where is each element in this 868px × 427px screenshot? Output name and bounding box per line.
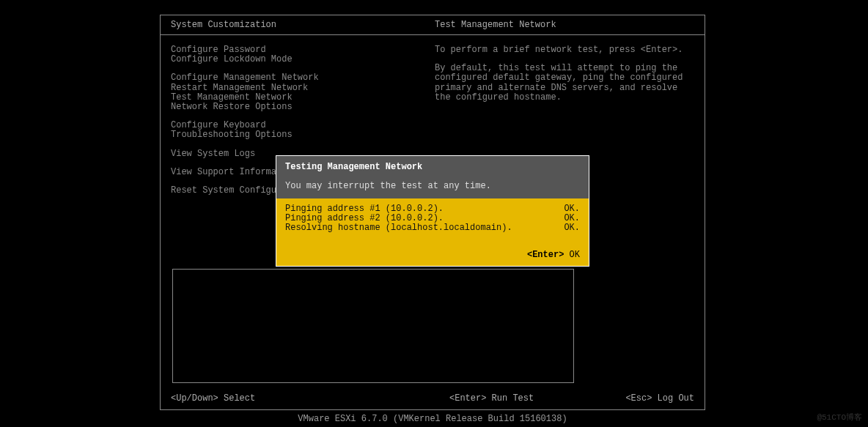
test-network-dialog: Testing Management Network You may inter…	[276, 155, 589, 267]
menu-test-management-network[interactable]: Test Management Network	[171, 93, 435, 103]
header-right-title: Test Management Network	[435, 20, 694, 30]
menu-troubleshooting-options[interactable]: Troubleshooting Options	[171, 130, 435, 140]
dialog-subtitle: You may interrupt the test at any time.	[276, 174, 589, 198]
dialog-title: Testing Management Network	[285, 162, 580, 172]
menu-group-3: Configure Keyboard Troubleshooting Optio…	[171, 121, 435, 140]
dialog-footer: <Enter> OK	[276, 238, 589, 266]
dialog-ok-button[interactable]: OK	[570, 250, 580, 260]
footer-hint-updown: <Up/Down> Select	[171, 393, 449, 404]
inner-background-box	[172, 269, 574, 383]
menu-network-restore-options[interactable]: Network Restore Options	[171, 103, 435, 112]
description-p1: To perform a brief network test, press <…	[435, 45, 694, 55]
version-bar: VMware ESXi 6.7.0 (VMKernel Release Buil…	[160, 414, 705, 424]
dialog-body: Pinging address #1 (10.0.0.2). OK. Pingi…	[276, 198, 589, 238]
menu-group-1: Configure Password Configure Lockdown Mo…	[171, 45, 435, 64]
watermark: @51CTO博客	[817, 412, 862, 423]
menu-restart-management-network[interactable]: Restart Management Network	[171, 83, 435, 93]
dialog-footer-key: <Enter>	[527, 250, 564, 260]
footer-hint-enter: <Enter> Run Test	[449, 393, 606, 404]
result-status: OK.	[564, 223, 580, 233]
footer-bar: <Up/Down> Select <Enter> Run Test <Esc> …	[161, 389, 705, 409]
menu-configure-management-network[interactable]: Configure Management Network	[171, 73, 435, 83]
footer-hint-esc: <Esc> Log Out	[606, 393, 694, 404]
result-label: Resolving hostname (localhost.localdomai…	[285, 223, 512, 233]
dialog-header: Testing Management Network	[276, 156, 589, 174]
header-row: System Customization Test Management Net…	[161, 15, 705, 35]
menu-group-2: Configure Management Network Restart Man…	[171, 73, 435, 112]
header-left-title: System Customization	[171, 20, 435, 30]
menu-configure-lockdown-mode[interactable]: Configure Lockdown Mode	[171, 55, 435, 64]
result-row: Resolving hostname (localhost.localdomai…	[285, 223, 580, 233]
description-p2: By default, this test will attempt to pi…	[435, 64, 694, 103]
